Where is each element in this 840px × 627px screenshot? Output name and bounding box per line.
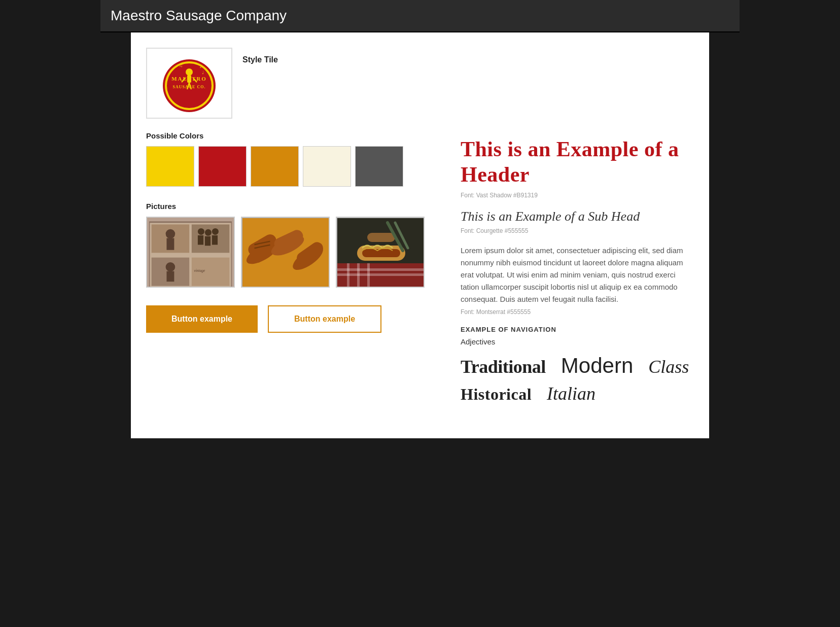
- adj-traditional: Traditional: [461, 356, 546, 377]
- svg-rect-6: [187, 75, 191, 83]
- photo-1-svg: vintage: [149, 220, 232, 288]
- swatch-red: [198, 146, 247, 187]
- left-column: Possible Colors Pictures: [146, 131, 440, 404]
- style-tile-label: Style Tile: [242, 53, 278, 64]
- svg-point-22: [205, 229, 212, 236]
- swatch-cream: [303, 146, 351, 187]
- top-bar: Maestro Sausage Company: [100, 0, 740, 32]
- svg-rect-24: [198, 235, 203, 245]
- body-font-label: Font: Montserrat #555555: [461, 308, 694, 316]
- svg-point-21: [198, 228, 204, 235]
- photo-sausage-bun: [336, 217, 425, 288]
- svg-rect-26: [212, 235, 218, 245]
- svg-text:♪: ♪: [199, 62, 202, 69]
- adj-modern: Modern: [561, 354, 633, 378]
- photo-vintage: vintage: [146, 217, 235, 288]
- main-content: MAESTRO SAUSAGE CO. ♪ ♫: [131, 32, 709, 438]
- swatch-orange: [251, 146, 299, 187]
- button-outline[interactable]: Button example: [268, 305, 381, 333]
- svg-rect-45: [367, 233, 395, 242]
- logo-header-area: MAESTRO SAUSAGE CO. ♪ ♫: [146, 43, 694, 131]
- logo-image: MAESTRO SAUSAGE CO. ♪ ♫: [154, 53, 225, 114]
- svg-rect-41: [242, 218, 330, 288]
- nav-label: EXAMPLE OF NAVIGATION: [461, 326, 694, 333]
- svg-rect-49: [337, 268, 425, 271]
- svg-rect-25: [205, 236, 211, 246]
- style-tile-label-area: Style Tile: [242, 48, 278, 75]
- svg-point-19: [166, 229, 176, 239]
- logo-box: MAESTRO SAUSAGE CO. ♪ ♫: [146, 48, 232, 119]
- photo-sausages: [241, 217, 330, 288]
- svg-text:♩: ♩: [202, 70, 204, 75]
- svg-rect-52: [357, 263, 360, 288]
- colors-row: [146, 146, 440, 187]
- photo-2-svg: [242, 218, 330, 288]
- svg-rect-20: [166, 238, 174, 250]
- colors-section-title: Possible Colors: [146, 131, 440, 140]
- svg-rect-53: [367, 263, 370, 288]
- svg-text:♫: ♫: [179, 62, 183, 68]
- svg-rect-47: [362, 249, 400, 257]
- pictures-section-title: Pictures: [146, 202, 440, 211]
- swatch-yellow: [146, 146, 194, 187]
- swatch-darkgray: [355, 146, 403, 187]
- pictures-row: vintage: [146, 217, 440, 288]
- right-column: This is an Example of a Header Font: Vas…: [461, 131, 694, 404]
- buttons-row: Button example Button example: [146, 305, 440, 333]
- adjective-label: Adjectives: [461, 337, 694, 346]
- app-title: Maestro Sausage Company: [111, 8, 287, 24]
- button-solid[interactable]: Button example: [146, 305, 258, 333]
- page-wrapper: Maestro Sausage Company MAESTRO SAUSAGE …: [100, 0, 740, 479]
- body-text: Lorem ipsum dolor sit amet, consectetuer…: [461, 245, 694, 305]
- two-column-layout: Possible Colors Pictures: [146, 131, 694, 404]
- photo-3-svg: [337, 218, 425, 288]
- svg-text:SAUSAGE CO.: SAUSAGE CO.: [173, 85, 206, 89]
- header-font-label: Font: Vast Shadow #B91319: [461, 192, 694, 199]
- header-example: This is an Example of a Header: [461, 136, 694, 188]
- svg-rect-50: [337, 273, 425, 276]
- svg-rect-28: [166, 271, 174, 282]
- subhead-example: This is an Example of a Sub Head: [461, 209, 694, 224]
- svg-point-5: [186, 68, 193, 76]
- adj-class: Class: [648, 356, 689, 377]
- svg-text:vintage: vintage: [194, 268, 205, 273]
- adj-historical: Historical: [461, 385, 532, 404]
- adjectives-grid: Traditional Modern Class Historical Ital…: [461, 354, 694, 404]
- svg-rect-51: [347, 263, 349, 288]
- svg-point-23: [212, 228, 219, 235]
- subhead-font-label: Font: Courgette #555555: [461, 227, 694, 234]
- svg-point-27: [166, 262, 176, 272]
- adj-italian: Italian: [547, 383, 596, 404]
